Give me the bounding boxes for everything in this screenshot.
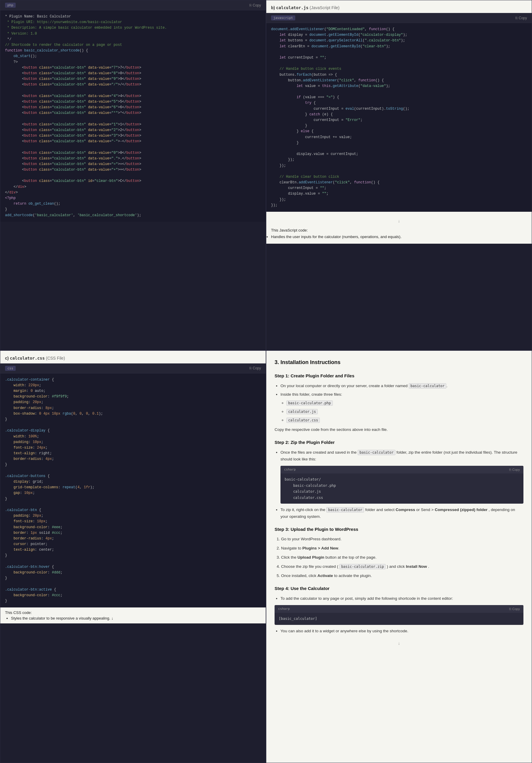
step1-folder-code: basic-calculator [409, 383, 447, 388]
step3-zip-code: basic-calculator.zip [339, 564, 386, 569]
step3-plugins-label: Plugins > Add New [302, 546, 338, 550]
shortcode-snippet-box: csharp ⎘ Copy [basic_calculator] [275, 605, 523, 625]
js-copy-button[interactable]: ⎘ Copy [515, 16, 527, 20]
step4-item2: You can also add it to a widget or anywh… [281, 628, 523, 635]
install-content: 3. Installation Instructions Step 1: Cre… [266, 351, 532, 657]
css-code-header: css ⎘ Copy [0, 364, 266, 374]
step3-item1: Go to your WordPress dashboard. [281, 536, 523, 543]
zip-snippet-code: basic-calculator/ basic-calculator.php c… [281, 474, 523, 504]
step1-title: Step 1: Create Plugin Folder and Files [275, 372, 523, 380]
copy-icon-js: ⎘ [515, 16, 517, 20]
install-title: 3. Installation Instructions [275, 358, 523, 367]
step4-item1: To add the calculator to any page or pos… [281, 595, 523, 602]
step1-file3: calculator.css [286, 417, 523, 424]
js-panel: b) calculator.js (JavaScript File) javas… [266, 0, 532, 351]
file3-code: calculator.css [286, 418, 320, 423]
zip-snippet-lang: csharp [284, 467, 296, 473]
css-panel: c) calculator.css (CSS File) css ⎘ Copy … [0, 351, 266, 763]
css-bullet: Styles the calculator to be responsive a… [11, 616, 261, 620]
js-bullet: Handles the user inputs for the calculat… [271, 234, 527, 240]
step3-item2: Navigate to Plugins > Add New. [281, 545, 523, 552]
step3-title: Step 3: Upload the Plugin to WordPress [275, 525, 523, 533]
php-copy-button[interactable]: ⎘ Copy [249, 3, 261, 7]
step2-compressed-label: Compressed (zipped) folder [435, 507, 488, 512]
install-panel: 3. Installation Instructions Step 1: Cre… [266, 351, 532, 763]
shortcode-snippet-code: [basic_calculator] [275, 613, 523, 625]
shortcode-copy-icon: ⎘ [509, 607, 511, 611]
step3-item4: Choose the zip file you created ( basic-… [281, 563, 523, 570]
step1-copy-note: Copy the respective code from the sectio… [275, 426, 523, 433]
shortcode-copy-button[interactable]: ⎘ Copy [509, 607, 520, 611]
step1-file1: basic-calculator.php [286, 400, 523, 407]
zip-snippet-copy-button[interactable]: ⎘ Copy [509, 468, 520, 472]
step2-folder-code: basic-calculator [358, 450, 396, 455]
step3-item3: Click the Upload Plugin button at the to… [281, 554, 523, 561]
shortcode-snippet-lang: csharp [278, 606, 290, 612]
step2-item2: To zip it, right-click on the basic-calc… [281, 506, 523, 520]
js-down-arrow: ↓ [271, 215, 527, 227]
php-panel-header: php ⎘ Copy [0, 0, 266, 10]
css-description-area: This CSS code: Styles the calculator to … [0, 607, 266, 623]
js-code-header: javascript ⎘ Copy [266, 13, 532, 23]
css-description-label: This CSS code: [5, 610, 261, 615]
js-description-label: This JavaScript code: [271, 227, 527, 234]
php-code-block: * Plugin Name: Basic Calculator * Plugin… [0, 10, 266, 222]
step3-upload-label: Upload Plugin [298, 555, 324, 560]
step3-activate-label: Activate [317, 574, 333, 578]
copy-icon-css: ⎘ [249, 366, 251, 370]
js-lang-badge: javascript [271, 15, 295, 20]
step3-install-label: Install Now [406, 564, 427, 569]
step2-item1: Once the files are created and saved in … [281, 449, 523, 504]
zip-copy-icon: ⎘ [509, 468, 511, 472]
css-panel-top-title: c) calculator.css (CSS File) [0, 351, 266, 364]
js-code-block: document.addEventListener("DOMContentLoa… [266, 23, 532, 212]
step1-item1: On your local computer or directly on yo… [281, 383, 523, 389]
css-copy-button[interactable]: ⎘ Copy [249, 366, 261, 370]
install-down-arrow: ↓ [275, 638, 523, 649]
zip-snippet-box: csharp ⎘ Copy basic-calculator/ basic-ca… [281, 466, 523, 504]
file1-code: basic-calculator.php [286, 400, 333, 406]
step1-file2: calculator.js [286, 408, 523, 415]
copy-icon: ⎘ [249, 3, 251, 7]
step2-compress-label: Compress [396, 507, 415, 512]
css-section-label: c) calculator.css (CSS File) [5, 356, 65, 361]
js-panel-top-title: b) calculator.js (JavaScript File) [266, 0, 532, 13]
step4-title: Step 4: Use the Calculator [275, 585, 523, 593]
step2-zip-code: basic-calculator [326, 507, 364, 512]
shortcode-snippet-header: csharp ⎘ Copy [275, 605, 523, 613]
css-code-block: .calculator-container { width: 220px; ma… [0, 374, 266, 608]
file2-code: calculator.js [286, 409, 318, 414]
php-panel: php ⎘ Copy * Plugin Name: Basic Calculat… [0, 0, 266, 351]
php-lang-badge: php [5, 3, 16, 8]
js-section-label: b) calculator.js (JavaScript File) [271, 5, 340, 10]
step3-item5: Once installed, click Activate to activa… [281, 573, 523, 579]
step1-item2: Inside this folder, create three files: … [281, 391, 523, 424]
js-description-area: ↓ This JavaScript code: Handles the user… [266, 212, 532, 244]
step2-title: Step 2: Zip the Plugin Folder [275, 439, 523, 446]
zip-snippet-header: csharp ⎘ Copy [281, 466, 523, 474]
css-lang-badge: css [5, 366, 16, 371]
